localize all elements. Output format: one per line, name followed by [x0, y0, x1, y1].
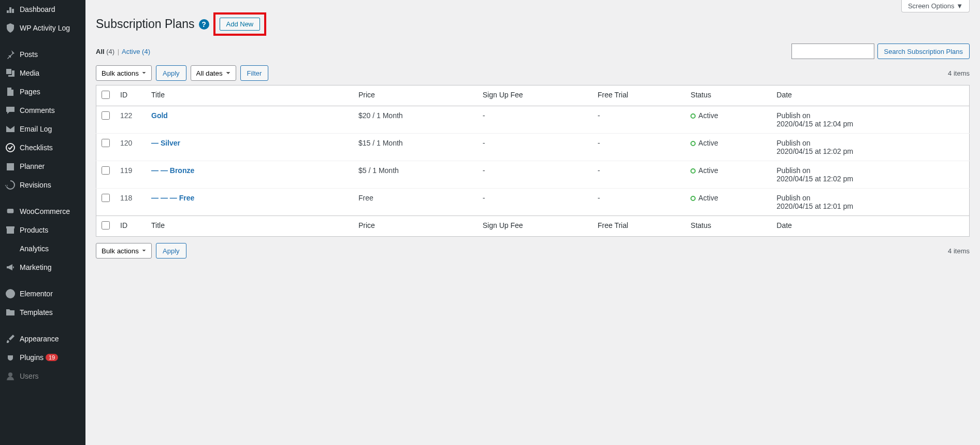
col-signup: Sign Up Fee — [478, 85, 593, 106]
bulk-actions-select[interactable]: Bulk actions — [96, 65, 152, 81]
item-count-top: 4 items — [948, 69, 970, 77]
sidebar-item-elementor[interactable]: Elementor — [0, 284, 85, 303]
col-title[interactable]: Title — [146, 85, 353, 106]
row-id: 118 — [115, 189, 146, 216]
col-price: Price — [353, 216, 478, 237]
table-row: 118— — — FreeFree--ActivePublish on2020/… — [96, 189, 970, 216]
svg-point-0 — [6, 143, 15, 152]
megaphone-icon — [5, 262, 16, 272]
sidebar-item-label: Email Log — [20, 125, 52, 133]
add-new-button[interactable]: Add New — [220, 18, 261, 31]
status-dot-icon — [690, 141, 696, 146]
row-status: Active — [685, 134, 771, 161]
row-title-link[interactable]: — Silver — [151, 139, 180, 147]
row-checkbox[interactable] — [102, 194, 110, 202]
row-trial: - — [593, 134, 686, 161]
row-signup: - — [478, 161, 593, 189]
row-price: $5 / 1 Month — [353, 161, 478, 189]
row-price: $15 / 1 Month — [353, 134, 478, 161]
help-icon[interactable]: ? — [199, 19, 209, 30]
row-status: Active — [685, 161, 771, 189]
row-status: Active — [685, 106, 771, 134]
sidebar-item-comments[interactable]: Comments — [0, 101, 85, 120]
row-trial: - — [593, 106, 686, 134]
col-title[interactable]: Title — [146, 216, 353, 237]
row-date: Publish on2020/04/15 at 12:04 pm — [771, 106, 969, 134]
col-date[interactable]: Date — [771, 216, 969, 237]
users-icon — [5, 371, 16, 381]
row-date: Publish on2020/04/15 at 12:02 pm — [771, 134, 969, 161]
row-title-link[interactable]: — — — Free — [151, 194, 194, 202]
apply-button-bottom[interactable]: Apply — [156, 243, 186, 259]
sidebar-item-media[interactable]: Media — [0, 64, 85, 82]
row-title-link[interactable]: Gold — [151, 111, 168, 120]
sidebar-item-plugins[interactable]: Plugins19 — [0, 348, 85, 367]
svg-point-3 — [8, 372, 12, 377]
view-filters: All (4) | Active (4) — [96, 48, 150, 55]
sidebar-item-label: Elementor — [20, 290, 53, 298]
brush-icon — [5, 334, 16, 344]
sidebar-item-checklists[interactable]: Checklists — [0, 138, 85, 157]
row-id: 119 — [115, 161, 146, 189]
table-row: 120— Silver$15 / 1 Month--ActivePublish … — [96, 134, 970, 161]
row-status: Active — [685, 189, 771, 216]
check-icon — [5, 142, 16, 153]
backup-icon — [5, 180, 16, 190]
search-input[interactable] — [791, 44, 874, 59]
table-row: 119— — Bronze$5 / 1 Month--ActivePublish… — [96, 161, 970, 189]
col-date[interactable]: Date — [771, 85, 969, 106]
plugins-badge: 19 — [46, 354, 58, 361]
apply-button-top[interactable]: Apply — [156, 65, 186, 81]
row-title-link[interactable]: — — Bronze — [151, 166, 194, 175]
select-all-bottom[interactable] — [102, 221, 110, 229]
sidebar-item-planner[interactable]: Planner — [0, 157, 85, 176]
row-signup: - — [478, 106, 593, 134]
sidebar-item-revisions[interactable]: Revisions — [0, 176, 85, 194]
col-status: Status — [685, 216, 771, 237]
status-dot-icon — [690, 113, 696, 119]
row-checkbox[interactable] — [102, 139, 110, 147]
sidebar-item-pages[interactable]: Pages — [0, 82, 85, 101]
sidebar-item-label: Media — [20, 69, 39, 77]
row-checkbox[interactable] — [102, 166, 110, 175]
sidebar-item-products[interactable]: Products — [0, 221, 85, 239]
pages-icon — [5, 87, 16, 97]
filter-all[interactable]: All — [96, 48, 105, 55]
media-icon — [5, 68, 16, 78]
add-new-highlight: Add New — [213, 12, 267, 36]
status-dot-icon — [690, 168, 696, 174]
screen-options-button[interactable]: Screen Options ▼ — [901, 0, 970, 12]
sidebar-item-email-log[interactable]: Email Log — [0, 120, 85, 138]
sidebar-item-posts[interactable]: Posts — [0, 45, 85, 64]
calendar-icon — [5, 161, 16, 171]
col-trial: Free Trial — [593, 85, 686, 106]
bulk-actions-select-bottom[interactable]: Bulk actions — [96, 243, 152, 259]
date-filter-select[interactable]: All dates — [191, 65, 236, 81]
email-icon — [5, 124, 16, 134]
row-id: 120 — [115, 134, 146, 161]
sidebar-item-analytics[interactable]: Analytics — [0, 239, 85, 258]
sidebar-item-activity-log[interactable]: WP Activity Log — [0, 19, 85, 37]
search-button[interactable]: Search Subscription Plans — [877, 44, 970, 59]
comments-icon — [5, 105, 16, 116]
sidebar-item-dashboard[interactable]: Dashboard — [0, 0, 85, 19]
col-signup: Sign Up Fee — [478, 216, 593, 237]
sidebar-item-users[interactable]: Users — [0, 367, 85, 385]
plans-table: ID Title Price Sign Up Fee Free Trial St… — [96, 85, 970, 237]
select-all-top[interactable] — [102, 91, 110, 99]
table-row: 122Gold$20 / 1 Month--ActivePublish on20… — [96, 106, 970, 134]
admin-sidebar: Dashboard WP Activity Log Posts Media Pa… — [0, 0, 85, 445]
row-trial: - — [593, 161, 686, 189]
sidebar-item-appearance[interactable]: Appearance — [0, 329, 85, 348]
sidebar-item-label: WP Activity Log — [20, 24, 70, 32]
sidebar-item-templates[interactable]: Templates — [0, 303, 85, 322]
filter-button[interactable]: Filter — [240, 65, 269, 81]
svg-point-2 — [6, 289, 15, 298]
sidebar-item-marketing[interactable]: Marketing — [0, 258, 85, 277]
row-checkbox[interactable] — [102, 111, 110, 120]
row-id: 122 — [115, 106, 146, 134]
sidebar-item-woocommerce[interactable]: WooCommerce — [0, 202, 85, 221]
filter-active[interactable]: Active — [122, 48, 140, 55]
sidebar-item-label: Comments — [20, 106, 55, 114]
sidebar-item-label: Appearance — [20, 335, 59, 343]
